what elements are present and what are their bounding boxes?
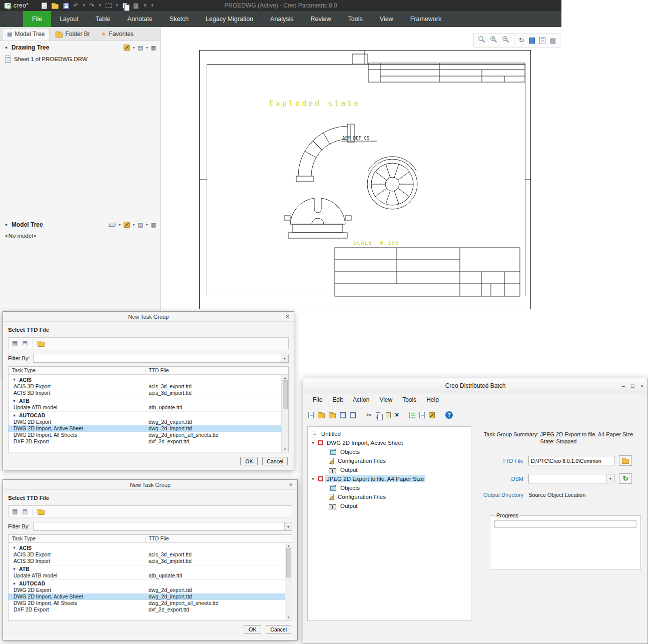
tree-columns-icon[interactable]: ▦ (151, 45, 156, 51)
menu-view[interactable]: View (375, 395, 397, 405)
tab-legacy-migration[interactable]: Legacy Migration (197, 11, 262, 27)
tree-item-config-files[interactable]: Configuration Files (309, 456, 470, 465)
filter-combo[interactable]: ▾ (33, 522, 292, 531)
filter-combo[interactable]: ▾ (33, 354, 289, 363)
scroll-up-icon[interactable]: ▴ (288, 544, 290, 548)
collapse-drawing-tree-icon[interactable]: ▾ (4, 46, 9, 50)
dialog-close-icon[interactable]: × (289, 480, 293, 489)
copy-icon[interactable] (376, 410, 382, 419)
tab-review[interactable]: Review (302, 11, 340, 27)
menu-tools[interactable]: Tools (398, 395, 421, 405)
tree-item-config-files[interactable]: Configuration Files (309, 492, 470, 501)
table-row-selected[interactable]: DWG 2D Import, Active Sheetdwg_2d_import… (9, 425, 281, 432)
drawing-tree-sheet-item[interactable]: Sheet 1 of PROEDWG.DRW (0, 54, 160, 64)
model-filter-dropdown-icon[interactable]: ▾ (119, 223, 121, 227)
model-list-icon[interactable]: ▤ (138, 222, 143, 228)
tree-group-dwg-import[interactable]: ▾ DWG 2D Import, Active Sheet (309, 438, 470, 447)
tree-filters-icon[interactable]: ▤ (138, 45, 143, 51)
selection-dropdown-icon[interactable]: ▾ (116, 3, 118, 8)
paste-icon[interactable] (386, 410, 391, 419)
tab-tools[interactable]: Tools (340, 11, 371, 27)
zoom-out-icon[interactable] (502, 36, 509, 45)
group-row-acis[interactable]: ▾ACIS (9, 376, 281, 383)
tree-settings-icon[interactable] (124, 45, 130, 51)
task-checkbox[interactable] (318, 476, 323, 481)
redo-dropdown-icon[interactable]: ▾ (99, 3, 101, 8)
open-folder-icon[interactable] (38, 340, 45, 347)
filter-input[interactable] (34, 354, 281, 362)
dsm-select[interactable]: ▾ (528, 474, 614, 483)
table-row[interactable]: ACIS 3D Importacis_3d_import.ttd (9, 390, 281, 396)
dsm-dropdown-icon[interactable]: ▾ (606, 474, 614, 483)
tab-table[interactable]: Table (87, 11, 119, 27)
grid-view-icon[interactable]: ▦ (12, 340, 18, 347)
collapse-model-tree-icon[interactable]: ▾ (4, 223, 9, 227)
tree-group-jpeg-export[interactable]: ▾ JPEG 2D Export to file, A4 Paper Size (309, 474, 470, 483)
selection-filter-icon[interactable] (106, 2, 112, 9)
tab-file[interactable]: File (23, 11, 51, 27)
cancel-button[interactable]: Cancel (266, 625, 291, 633)
table-row[interactable]: Update ATB modelatb_update.ttd (9, 404, 281, 411)
group-row-atb[interactable]: ▾ATB (9, 565, 285, 572)
table-row-selected[interactable]: DWG 2D Import, Active Sheetdwg_2d_import… (9, 593, 285, 600)
close-icon[interactable]: × (640, 383, 643, 389)
redo-icon[interactable]: ↷ (90, 2, 95, 9)
table-scrollbar[interactable]: ▴ ▾ (285, 543, 292, 620)
undo-dropdown-icon[interactable]: ▾ (83, 3, 85, 8)
tree-root-untitled[interactable]: Untitled (309, 429, 470, 438)
column-task-type[interactable]: Task Type (9, 535, 146, 542)
cut-icon[interactable]: ✂ (366, 411, 372, 419)
copy-window-icon[interactable] (123, 2, 129, 9)
browse-ttd-button[interactable] (619, 455, 632, 466)
tab-model-tree[interactable]: ▦ Model Tree (2, 28, 50, 41)
menu-file[interactable]: File (308, 395, 327, 405)
open-file-icon[interactable] (52, 2, 59, 9)
table-row[interactable]: DWG 2D Exportdwg_2d_export.ttd (9, 587, 285, 593)
ok-button[interactable]: OK (244, 625, 261, 633)
model-list-dropdown-icon[interactable]: ▾ (146, 223, 148, 227)
tree-settings-dropdown-icon[interactable]: ▾ (133, 46, 135, 50)
scroll-down-icon[interactable]: ▾ (288, 615, 290, 619)
table-row[interactable]: ACIS 3D Exportacis_3d_export.ttd (9, 551, 285, 558)
group-row-acis[interactable]: ▾ACIS (9, 544, 285, 551)
view-manager-icon[interactable]: ▤ (550, 37, 556, 44)
tree-item-output[interactable]: Output (309, 501, 470, 510)
settings-icon[interactable] (429, 410, 435, 419)
tab-folder-browser[interactable]: Folder Br (51, 28, 95, 41)
tree-item-output[interactable]: Output (309, 465, 470, 474)
grid-view-icon[interactable]: ▦ (12, 508, 18, 515)
help-icon[interactable]: ? (445, 411, 453, 419)
table-scrollbar[interactable]: ▴ ▾ (281, 375, 288, 452)
table-row[interactable]: DXF 2D Exportdxf_2d_export.ttd (9, 606, 285, 613)
dialog-titlebar[interactable]: New Task Group × (3, 312, 294, 322)
model-filter-icon[interactable] (109, 223, 117, 227)
dialog-close-icon[interactable]: × (285, 312, 289, 321)
close-window-icon[interactable]: × (143, 2, 147, 9)
filter-input[interactable] (34, 522, 284, 530)
table-row[interactable]: DWG 2D Import, All Sheetsdwg_2d_import_a… (9, 432, 281, 438)
maximize-icon[interactable]: □ (631, 383, 634, 389)
tab-framework[interactable]: Framework (402, 11, 450, 27)
zoom-box-icon[interactable] (478, 36, 485, 45)
cancel-button[interactable]: Cancel (262, 457, 288, 465)
open-workdir-icon[interactable] (329, 410, 336, 419)
save-as-icon[interactable] (350, 410, 356, 419)
table-row[interactable]: ACIS 3D Importacis_3d_import.ttd (9, 558, 285, 564)
saved-orientations-icon[interactable] (539, 36, 545, 45)
repaint-icon[interactable]: ↻ (519, 37, 524, 44)
scrollbar-thumb[interactable] (283, 380, 288, 409)
delete-icon[interactable]: × (395, 411, 399, 419)
scroll-up-icon[interactable]: ▴ (284, 376, 286, 380)
collapse-icon[interactable]: ▾ (311, 477, 315, 481)
menu-action[interactable]: Action (348, 395, 374, 405)
tab-view[interactable]: View (371, 11, 402, 27)
tab-favorites[interactable]: ★ Favorites (96, 28, 139, 41)
open-task-icon[interactable] (318, 410, 325, 419)
table-row[interactable]: DXF 2D Exportdxf_2d_export.ttd (9, 438, 281, 445)
display-style-icon[interactable] (529, 36, 535, 45)
tree-item-objects[interactable]: Objects (309, 447, 470, 456)
task-checkbox[interactable] (318, 440, 323, 445)
collapse-icon[interactable]: ▾ (311, 441, 315, 445)
task-list-icon[interactable] (409, 410, 415, 419)
column-task-type[interactable]: Task Type (9, 367, 146, 374)
